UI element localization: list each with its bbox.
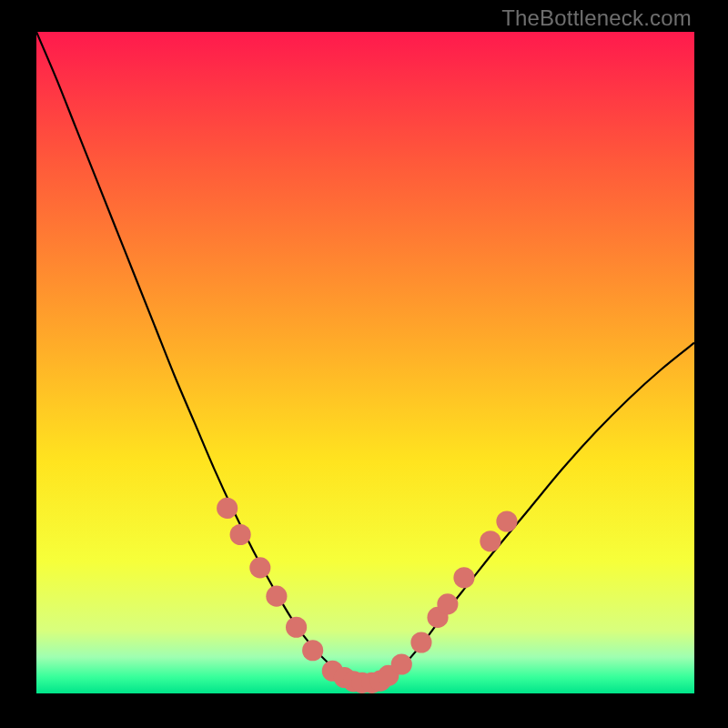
highlight-dot [217, 498, 238, 519]
highlight-dot [496, 511, 517, 531]
highlight-dot [480, 531, 500, 551]
plot-area [36, 32, 694, 693]
gradient-background [36, 32, 694, 693]
highlight-dot [249, 557, 270, 578]
highlight-dot [230, 524, 251, 545]
highlight-dot [286, 617, 307, 638]
highlight-dot [302, 640, 323, 661]
chart-frame: TheBottleneck.com [0, 0, 728, 728]
highlight-dot [437, 593, 458, 614]
highlight-dot [410, 632, 431, 652]
highlight-dot [266, 586, 287, 607]
highlight-dot [391, 653, 412, 674]
watermark-text: TheBottleneck.com [501, 5, 692, 31]
highlight-dot [453, 567, 474, 588]
chart-svg [36, 32, 694, 693]
